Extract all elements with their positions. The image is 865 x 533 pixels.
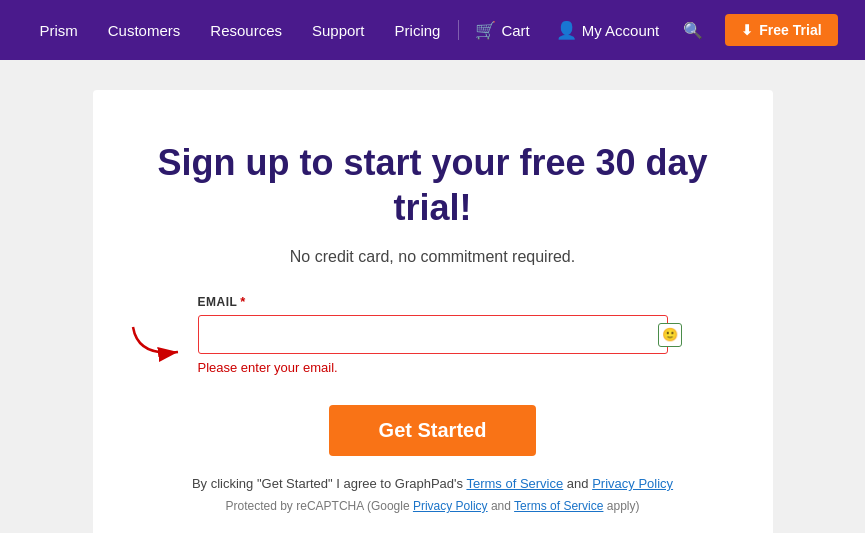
sub-heading: No credit card, no commitment required. <box>290 248 575 266</box>
main-heading: Sign up to start your free 30 day trial! <box>153 140 713 230</box>
content-card: Sign up to start your free 30 day trial!… <box>93 90 773 533</box>
page-wrapper: Sign up to start your free 30 day trial!… <box>0 60 865 533</box>
navbar: Prism Customers Resources Support Pricin… <box>0 0 865 60</box>
recaptcha-text: Protected by reCAPTCHA (Google Privacy P… <box>226 499 640 513</box>
account-icon: 👤 <box>556 20 577 41</box>
email-label: EMAIL * <box>198 294 668 309</box>
form-section: EMAIL * 🙂 Please enter your email. <box>198 294 668 375</box>
free-trial-label: Free Trial <box>759 22 821 38</box>
nav-customers[interactable]: Customers <box>96 22 193 39</box>
email-input-wrapper: 🙂 <box>198 315 668 354</box>
nav-cart-link[interactable]: 🛒 Cart <box>465 20 539 41</box>
recaptcha-privacy-link[interactable]: Privacy Policy <box>413 499 488 513</box>
email-error: Please enter your email. <box>198 360 668 375</box>
terms-of-service-link[interactable]: Terms of Service <box>466 476 563 491</box>
free-trial-button[interactable]: ⬇ Free Trial <box>725 14 837 46</box>
nav-resources[interactable]: Resources <box>198 22 294 39</box>
nav-account-link[interactable]: 👤 My Account <box>546 20 670 41</box>
nav-brand[interactable]: Prism <box>27 22 89 39</box>
arrow-indicator <box>128 322 188 362</box>
required-indicator: * <box>240 294 246 309</box>
terms-text: By clicking "Get Started" I agree to Gra… <box>192 476 673 491</box>
email-input[interactable] <box>198 315 668 354</box>
arrow-container: EMAIL * 🙂 Please enter your email. <box>198 294 668 375</box>
input-addon-icon: 🙂 <box>658 323 682 347</box>
get-started-button[interactable]: Get Started <box>329 405 537 456</box>
free-trial-icon: ⬇ <box>741 22 753 38</box>
cart-label: Cart <box>501 22 529 39</box>
recaptcha-tos-link[interactable]: Terms of Service <box>514 499 603 513</box>
cart-icon: 🛒 <box>475 20 496 41</box>
smiley-icon: 🙂 <box>662 327 678 342</box>
privacy-policy-link[interactable]: Privacy Policy <box>592 476 673 491</box>
nav-divider <box>458 20 459 40</box>
nav-support[interactable]: Support <box>300 22 377 39</box>
account-label: My Account <box>582 22 660 39</box>
nav-pricing[interactable]: Pricing <box>383 22 453 39</box>
search-icon[interactable]: 🔍 <box>675 21 711 40</box>
